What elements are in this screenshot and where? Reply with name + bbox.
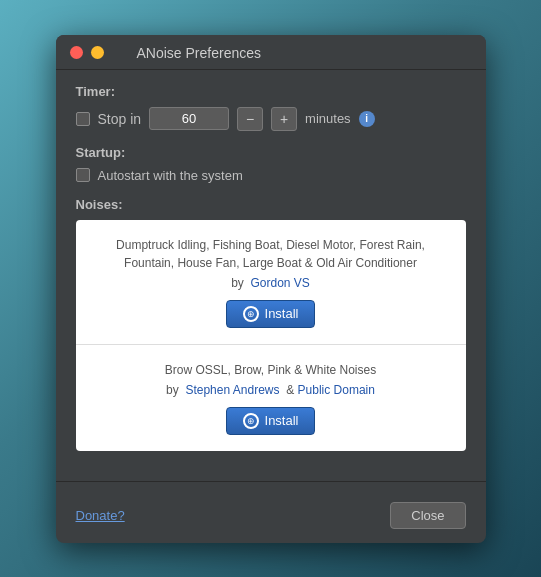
autostart-checkbox[interactable] xyxy=(76,168,90,182)
noises-box: Dumptruck Idling, Fishing Boat, Diesel M… xyxy=(76,220,466,451)
noise-author1-2[interactable]: Stephen Andrews xyxy=(185,383,279,397)
noise-item-2: Brow OSSL, Brow, Pink & White Noises by … xyxy=(76,344,466,451)
footer-divider xyxy=(56,481,486,482)
timer-checkbox[interactable] xyxy=(76,112,90,126)
timer-row: Stop in 60 − + minutes i xyxy=(76,107,466,131)
startup-section-label: Startup: xyxy=(76,145,466,160)
noise-author2-2[interactable]: Public Domain xyxy=(298,383,375,397)
noise-by-1: by Gordon VS xyxy=(96,276,446,290)
main-content: Timer: Stop in 60 − + minutes i Startup:… xyxy=(56,70,486,481)
noise-item-1: Dumptruck Idling, Fishing Boat, Diesel M… xyxy=(76,220,466,344)
minutes-label: minutes xyxy=(305,111,351,126)
timer-value-input[interactable]: 60 xyxy=(149,107,229,130)
stop-in-label: Stop in xyxy=(98,111,142,127)
install-icon-1: ⊕ xyxy=(243,306,259,322)
footer: Donate? Close xyxy=(56,492,486,543)
minimize-window-button[interactable] xyxy=(91,46,104,59)
window-title: ANoise Preferences xyxy=(137,45,262,61)
install-button-1[interactable]: ⊕ Install xyxy=(226,300,316,328)
noise-names-2: Brow OSSL, Brow, Pink & White Noises xyxy=(96,361,446,379)
install-icon-2: ⊕ xyxy=(243,413,259,429)
close-window-button[interactable] xyxy=(70,46,83,59)
autostart-row: Autostart with the system xyxy=(76,168,466,183)
noise-names-1: Dumptruck Idling, Fishing Boat, Diesel M… xyxy=(96,236,446,272)
startup-section: Startup: Autostart with the system xyxy=(76,145,466,183)
donate-button[interactable]: Donate? xyxy=(76,508,125,523)
noises-section: Noises: Dumptruck Idling, Fishing Boat, … xyxy=(76,197,466,451)
decrement-button[interactable]: − xyxy=(237,107,263,131)
noise-by-2: by Stephen Andrews & Public Domain xyxy=(96,383,446,397)
increment-button[interactable]: + xyxy=(271,107,297,131)
noise-author-1[interactable]: Gordon VS xyxy=(250,276,309,290)
noises-section-label: Noises: xyxy=(76,197,466,212)
install-button-2[interactable]: ⊕ Install xyxy=(226,407,316,435)
info-icon[interactable]: i xyxy=(359,111,375,127)
timer-section-label: Timer: xyxy=(76,84,466,99)
titlebar: ANoise Preferences xyxy=(56,35,486,70)
close-button[interactable]: Close xyxy=(390,502,465,529)
autostart-label: Autostart with the system xyxy=(98,168,243,183)
preferences-dialog: ANoise Preferences Timer: Stop in 60 − +… xyxy=(56,35,486,543)
